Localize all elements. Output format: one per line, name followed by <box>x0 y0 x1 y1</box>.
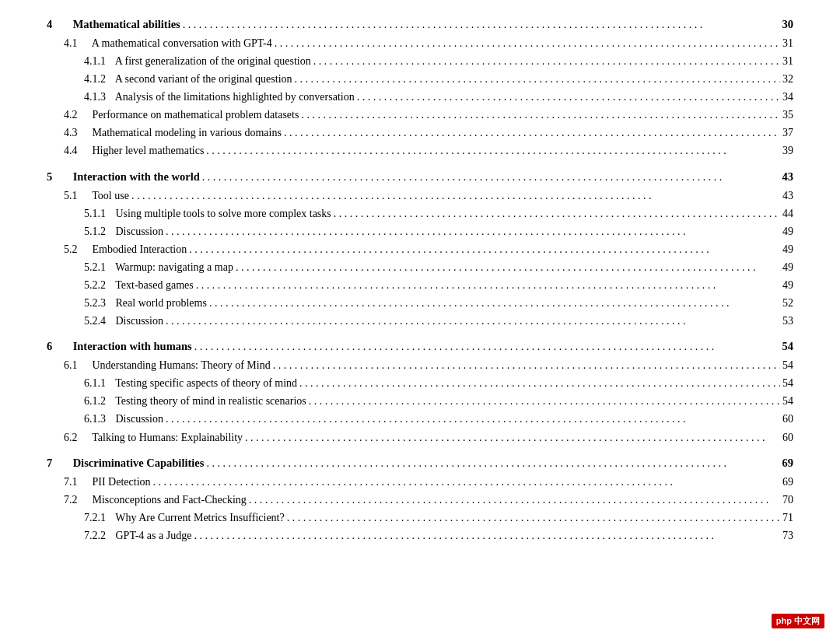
toc-entry-number: 5.2.1 <box>47 258 113 276</box>
toc-entry-dots: . . . . . . . . . . . . . . . . . . . . … <box>194 527 780 544</box>
toc-entry-label: Text-based games <box>113 276 194 294</box>
toc-entry-page: 30 <box>782 16 794 34</box>
toc-entry-dots: . . . . . . . . . . . . . . . . . . . . … <box>249 491 780 509</box>
toc-entry-page: 43 <box>782 187 793 205</box>
toc-entry-page: 44 <box>782 205 793 222</box>
toc-entry-number: 6.1.1 <box>47 374 113 392</box>
toc-entry-dots: . . . . . . . . . . . . . . . . . . . . … <box>209 294 780 312</box>
toc-gap <box>47 330 793 338</box>
toc-entry-dots: . . . . . . . . . . . . . . . . . . . . … <box>153 473 780 491</box>
toc-entry-page: 60 <box>782 410 793 428</box>
toc-entry-label: Discussion <box>113 222 163 240</box>
toc-entry-page: 60 <box>782 429 793 446</box>
toc-entry: 7.1 PII Detection . . . . . . . . . . . … <box>47 473 793 491</box>
toc-entry-number: 7.1 <box>47 473 89 491</box>
toc-entry-dots: . . . . . . . . . . . . . . . . . . . . … <box>236 258 780 276</box>
toc-entry: 5 Interaction with the world . . . . . .… <box>47 168 793 187</box>
toc-entry-page: 34 <box>782 88 793 106</box>
toc-entry-dots: . . . . . . . . . . . . . . . . . . . . … <box>166 312 780 330</box>
toc-entry: 5.2 Embodied Interaction . . . . . . . .… <box>47 240 793 258</box>
toc-entry-page: 54 <box>782 356 793 374</box>
toc-entry-label: Real world problems <box>113 294 207 312</box>
toc-entry-number: 6 <box>47 338 70 356</box>
toc-entry-dots: . . . . . . . . . . . . . . . . . . . . … <box>295 70 780 88</box>
toc-entry-label: Mathematical modeling in various domains <box>89 124 282 142</box>
toc-entry-dots: . . . . . . . . . . . . . . . . . . . . … <box>189 240 780 258</box>
toc-entry-label: GPT-4 as a Judge <box>113 527 191 544</box>
toc-entry-number: 4.1.3 <box>47 88 113 106</box>
toc-entry: 6.1.3 Discussion . . . . . . . . . . . .… <box>47 410 793 428</box>
toc-entry: 5.2.3 Real world problems . . . . . . . … <box>47 294 793 312</box>
toc-entry-label: Testing specific aspects of theory of mi… <box>113 374 297 392</box>
toc-entry-dots: . . . . . . . . . . . . . . . . . . . . … <box>166 222 780 240</box>
toc-entry-page: 37 <box>782 124 793 142</box>
toc-entry-dots: . . . . . . . . . . . . . . . . . . . . … <box>166 410 780 428</box>
toc-entry-number: 7.2.2 <box>47 527 113 544</box>
toc-entry-label: Tool use <box>89 187 129 205</box>
toc-container: 4 Mathematical abilities . . . . . . . .… <box>47 16 793 544</box>
toc-entry-number: 4.1 <box>47 34 89 52</box>
toc-entry-label: Analysis of the limitations highlighted … <box>113 88 355 106</box>
toc-entry-dots: . . . . . . . . . . . . . . . . . . . . … <box>301 106 780 124</box>
toc-entry-page: 49 <box>782 258 793 276</box>
toc-entry-number: 6.1 <box>47 356 89 374</box>
toc-entry-page: 35 <box>782 106 793 124</box>
toc-entry-page: 69 <box>782 473 793 491</box>
toc-entry-number: 6.2 <box>47 429 89 446</box>
toc-entry-number: 7 <box>47 454 70 473</box>
toc-entry: 6.1.1 Testing specific aspects of theory… <box>47 374 793 392</box>
toc-entry-page: 32 <box>782 70 793 88</box>
toc-entry-label: Interaction with the world <box>70 168 200 187</box>
toc-entry-dots: . . . . . . . . . . . . . . . . . . . . … <box>357 88 780 106</box>
toc-entry-label: Using multiple tools to solve more compl… <box>113 205 331 222</box>
toc-entry-dots: . . . . . . . . . . . . . . . . . . . . … <box>206 142 780 159</box>
toc-gap <box>47 446 793 454</box>
toc-entry: 6.1.2 Testing theory of mind in realisti… <box>47 392 793 410</box>
toc-entry-dots: . . . . . . . . . . . . . . . . . . . . … <box>202 168 780 186</box>
toc-entry-dots: . . . . . . . . . . . . . . . . . . . . … <box>273 356 780 374</box>
toc-entry: 4.1.2 A second variant of the original q… <box>47 70 793 88</box>
toc-entry-dots: . . . . . . . . . . . . . . . . . . . . … <box>313 52 780 70</box>
toc-entry-number: 5.1.2 <box>47 222 113 240</box>
toc-entry-number: 4.2 <box>47 106 89 124</box>
toc-entry-label: Interaction with humans <box>70 338 192 356</box>
toc-entry-number: 5.1.1 <box>47 205 113 222</box>
toc-entry: 5.2.1 Warmup: navigating a map . . . . .… <box>47 258 793 276</box>
toc-entry-label: Warmup: navigating a map <box>113 258 233 276</box>
toc-entry-page: 49 <box>782 240 793 258</box>
toc-entry-label: Why Are Current Metrics Insufficient? <box>113 509 285 527</box>
toc-entry-label: Performance on mathematical problem data… <box>89 106 299 124</box>
toc-entry: 6.2 Talking to Humans: Explainability . … <box>47 429 793 446</box>
toc-entry: 4.3 Mathematical modeling in various dom… <box>47 124 793 142</box>
toc-entry-label: Higher level mathematics <box>89 142 204 159</box>
toc-entry-dots: . . . . . . . . . . . . . . . . . . . . … <box>183 16 780 33</box>
toc-entry-page: 54 <box>782 392 793 410</box>
toc-entry-label: Talking to Humans: Explainability <box>89 429 243 446</box>
toc-entry-number: 4.1.1 <box>47 52 113 70</box>
toc-entry-label: Embodied Interaction <box>89 240 187 258</box>
toc-entry: 4.4 Higher level mathematics . . . . . .… <box>47 142 793 159</box>
toc-entry: 5.2.2 Text-based games . . . . . . . . .… <box>47 276 793 294</box>
toc-entry-number: 7.2 <box>47 491 89 509</box>
toc-entry: 4.1 A mathematical conversation with GPT… <box>47 34 793 52</box>
toc-entry-page: 70 <box>782 491 793 509</box>
toc-entry-label: Misconceptions and Fact-Checking <box>89 491 247 509</box>
toc-entry-number: 4.4 <box>47 142 89 159</box>
toc-entry-dots: . . . . . . . . . . . . . . . . . . . . … <box>287 509 780 527</box>
toc-entry: 4.1.3 Analysis of the limitations highli… <box>47 88 793 106</box>
toc-entry-page: 49 <box>782 276 793 294</box>
toc-entry-page: 73 <box>782 527 793 544</box>
toc-entry-page: 69 <box>782 454 794 473</box>
toc-entry: 6 Interaction with humans . . . . . . . … <box>47 338 793 356</box>
toc-entry-label: A first generalization of the original q… <box>113 52 311 70</box>
toc-entry: 5.2.4 Discussion . . . . . . . . . . . .… <box>47 312 793 330</box>
toc-entry-page: 43 <box>782 168 794 187</box>
toc-entry-label: Discriminative Capabilities <box>70 454 204 473</box>
toc-entry-dots: . . . . . . . . . . . . . . . . . . . . … <box>284 124 780 142</box>
toc-entry-page: 54 <box>782 338 794 356</box>
toc-entry-number: 7.2.1 <box>47 509 113 527</box>
toc-entry-number: 4.1.2 <box>47 70 113 88</box>
toc-entry: 5.1.1 Using multiple tools to solve more… <box>47 205 793 222</box>
toc-entry-number: 5.1 <box>47 187 89 205</box>
toc-entry-page: 39 <box>782 142 793 159</box>
